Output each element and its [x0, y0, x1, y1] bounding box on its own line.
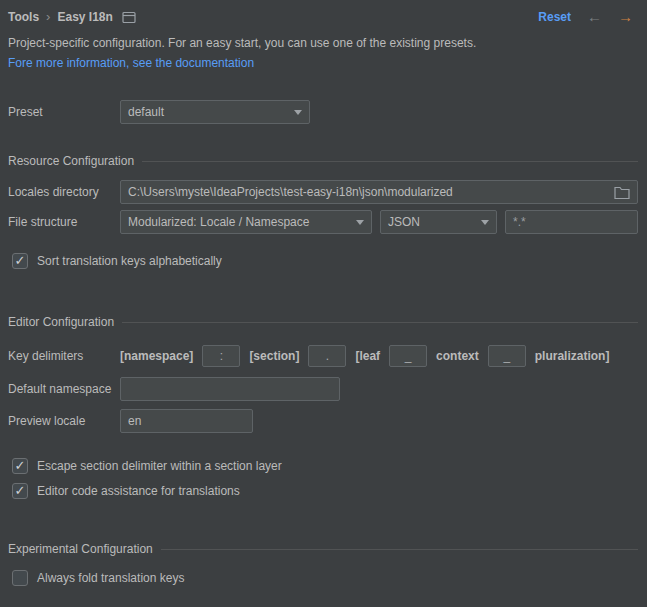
header-actions: Reset ← →	[538, 9, 633, 24]
preview-locale-row: Preview locale en	[0, 409, 647, 433]
description-text: Project-specific configuration. For an e…	[0, 29, 647, 51]
editor-section-header: Editor Configuration	[0, 313, 647, 331]
file-pattern-value: *.*	[513, 215, 526, 229]
file-structure-row: File structure Modularized: Locale / Nam…	[0, 210, 647, 234]
key-delimiters-row: Key delimiters [namespace] : [section] .…	[0, 345, 647, 367]
sort-keys-checkbox[interactable]: ✓	[12, 253, 28, 269]
namespace-delimiter-input[interactable]: :	[202, 345, 240, 367]
section-delim-label: [section]	[249, 349, 299, 363]
checkmark-icon: ✓	[15, 459, 26, 472]
escape-delimiter-checkbox[interactable]: ✓	[12, 458, 28, 474]
sort-keys-checkbox-label: Sort translation keys alphabetically	[37, 254, 222, 268]
fold-keys-checkbox[interactable]: ✓	[12, 570, 28, 586]
documentation-link[interactable]: Fore more information, see the documenta…	[8, 56, 254, 70]
section-divider	[161, 549, 638, 550]
preset-value: default	[128, 105, 164, 119]
chevron-down-icon	[356, 220, 364, 225]
preview-locale-value: en	[128, 414, 141, 428]
fold-keys-checkbox-label: Always fold translation keys	[37, 571, 184, 585]
file-structure-value: Modularized: Locale / Namespace	[128, 215, 309, 229]
default-namespace-row: Default namespace	[0, 377, 647, 401]
leaf-delimiter-input[interactable]: _	[389, 345, 427, 367]
breadcrumb-easy-i18n: Easy I18n	[57, 10, 112, 24]
key-delimiters-label: Key delimiters	[8, 349, 120, 363]
namespace-delim-label: [namespace]	[120, 349, 193, 363]
sort-keys-checkbox-row[interactable]: ✓ Sort translation keys alphabetically	[0, 252, 647, 270]
experimental-section-header: Experimental Configuration	[0, 540, 647, 558]
file-type-value: JSON	[388, 215, 420, 229]
experimental-section-title: Experimental Configuration	[8, 542, 153, 556]
chevron-down-icon	[481, 220, 489, 225]
context-delimiter-value: _	[503, 349, 510, 363]
key-delimiters-controls: [namespace] : [section] . [leaf _ contex…	[120, 345, 609, 367]
locales-directory-label: Locales directory	[8, 185, 120, 199]
default-namespace-input[interactable]	[120, 377, 340, 401]
back-arrow-icon[interactable]: ←	[587, 9, 602, 24]
easy-i18n-settings-page: Tools › Easy I18n Reset ← → Project-spec…	[0, 0, 647, 587]
preset-select[interactable]: default	[120, 100, 310, 124]
section-delimiter-value: .	[326, 349, 329, 363]
locales-directory-row: Locales directory C:\Users\myste\IdeaPro…	[0, 180, 647, 204]
preview-locale-input[interactable]: en	[120, 409, 253, 433]
breadcrumb-tools[interactable]: Tools	[8, 10, 39, 24]
preview-locale-label: Preview locale	[8, 414, 120, 428]
preset-label: Preset	[8, 105, 120, 119]
namespace-delimiter-value: :	[220, 349, 223, 363]
locales-directory-input[interactable]: C:\Users\myste\IdeaProjects\test-easy-i1…	[120, 180, 638, 204]
section-delimiter-input[interactable]: .	[308, 345, 346, 367]
preset-row: Preset default	[0, 100, 647, 124]
file-pattern-input[interactable]: *.*	[505, 210, 638, 234]
browse-folder-icon[interactable]	[614, 186, 630, 199]
editor-section-title: Editor Configuration	[8, 315, 114, 329]
leaf-delimiter-value: _	[405, 349, 412, 363]
locales-directory-value: C:\Users\myste\IdeaProjects\test-easy-i1…	[128, 185, 453, 199]
breadcrumb-chevron-icon: ›	[46, 9, 50, 24]
resource-section-title: Resource Configuration	[8, 154, 134, 168]
forward-arrow-icon[interactable]: →	[618, 9, 633, 24]
section-divider	[122, 322, 638, 323]
file-type-select[interactable]: JSON	[380, 210, 497, 234]
default-namespace-label: Default namespace	[8, 382, 120, 396]
context-delim-label: context	[436, 349, 479, 363]
section-divider	[142, 161, 638, 162]
pluralization-delim-label: pluralization]	[535, 349, 610, 363]
breadcrumb: Tools › Easy I18n	[8, 9, 136, 24]
fold-keys-checkbox-row[interactable]: ✓ Always fold translation keys	[0, 569, 647, 587]
context-delimiter-input[interactable]: _	[488, 345, 526, 367]
file-structure-select[interactable]: Modularized: Locale / Namespace	[120, 210, 372, 234]
code-assistance-checkbox-row[interactable]: ✓ Editor code assistance for translation…	[0, 482, 647, 500]
checkmark-icon: ✓	[15, 254, 26, 267]
file-structure-label: File structure	[8, 215, 120, 229]
settings-header: Tools › Easy I18n Reset ← →	[0, 0, 647, 29]
reset-button[interactable]: Reset	[538, 10, 571, 24]
code-assistance-checkbox-label: Editor code assistance for translations	[37, 484, 240, 498]
checkmark-icon: ✓	[15, 484, 26, 497]
resource-section-header: Resource Configuration	[0, 152, 647, 170]
easy-i18n-plugin-icon	[122, 11, 136, 24]
escape-delimiter-checkbox-label: Escape section delimiter within a sectio…	[37, 459, 282, 473]
escape-delimiter-checkbox-row[interactable]: ✓ Escape section delimiter within a sect…	[0, 457, 647, 475]
leaf-delim-label: [leaf	[355, 349, 380, 363]
chevron-down-icon	[294, 110, 302, 115]
code-assistance-checkbox[interactable]: ✓	[12, 483, 28, 499]
